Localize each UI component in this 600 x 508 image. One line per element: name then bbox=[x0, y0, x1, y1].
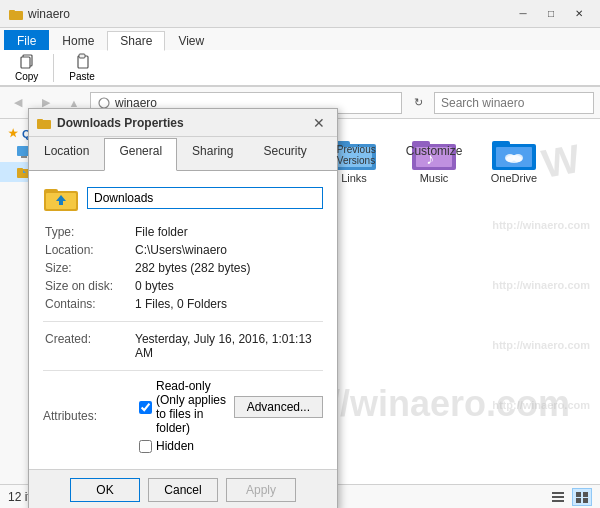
attributes-options: Read-only (Only applies to files in fold… bbox=[139, 379, 323, 453]
prop-location: Location: C:\Users\winaero bbox=[43, 241, 323, 259]
dialog-tab-location[interactable]: Location bbox=[29, 138, 104, 171]
prop-size-on-disk: Size on disk: 0 bytes bbox=[43, 277, 323, 295]
dialog-folder-icon bbox=[37, 116, 51, 130]
attributes-row: Attributes: Read-only (Only applies to f… bbox=[43, 379, 323, 453]
attributes-label: Attributes: bbox=[43, 409, 133, 423]
dialog-footer: OK Cancel Apply bbox=[29, 469, 337, 508]
dialog-tabs: Location General Sharing Security Previo… bbox=[29, 137, 337, 171]
dialog-tab-previous-versions[interactable]: Previous Versions bbox=[322, 138, 391, 171]
prop-location-value: C:\Users\winaero bbox=[133, 241, 323, 259]
dialog-body: Type: File folder Location: C:\Users\win… bbox=[29, 171, 337, 469]
prop-contains-value: 1 Files, 0 Folders bbox=[133, 295, 323, 313]
readonly-label: Read-only (Only applies to files in fold… bbox=[156, 379, 230, 435]
dialog-overlay: Downloads Properties ✕ Location General … bbox=[0, 0, 600, 508]
ok-button[interactable]: OK bbox=[70, 478, 140, 502]
prop-contains: Contains: 1 Files, 0 Folders bbox=[43, 295, 323, 313]
dialog-folder-icon-large bbox=[43, 183, 79, 213]
dialog-title-left: Downloads Properties bbox=[37, 116, 184, 130]
prop-size-on-disk-label: Size on disk: bbox=[43, 277, 133, 295]
readonly-checkbox-wrapper: Read-only (Only applies to files in fold… bbox=[139, 379, 323, 435]
dialog-title-text: Downloads Properties bbox=[57, 116, 184, 130]
downloads-properties-dialog: Downloads Properties ✕ Location General … bbox=[28, 108, 338, 508]
hidden-checkbox-wrapper: Hidden bbox=[139, 439, 323, 453]
prop-size-value: 282 bytes (282 bytes) bbox=[133, 259, 323, 277]
dialog-tab-general[interactable]: General bbox=[104, 138, 177, 171]
prop-size-on-disk-value: 0 bytes bbox=[133, 277, 323, 295]
prop-created-value: Yesterday, July 16, 2016, 1:01:13 AM bbox=[133, 330, 323, 362]
props-table: Type: File folder Location: C:\Users\win… bbox=[43, 223, 323, 313]
prop-type-value: File folder bbox=[133, 223, 323, 241]
prop-size-label: Size: bbox=[43, 259, 133, 277]
dialog-close-button[interactable]: ✕ bbox=[309, 114, 329, 132]
advanced-button[interactable]: Advanced... bbox=[234, 396, 323, 418]
prop-type-label: Type: bbox=[43, 223, 133, 241]
apply-button[interactable]: Apply bbox=[226, 478, 296, 502]
readonly-checkbox[interactable] bbox=[139, 401, 152, 414]
prop-location-label: Location: bbox=[43, 241, 133, 259]
prop-created-label: Created: bbox=[43, 330, 133, 362]
created-table: Created: Yesterday, July 16, 2016, 1:01:… bbox=[43, 330, 323, 362]
prop-created: Created: Yesterday, July 16, 2016, 1:01:… bbox=[43, 330, 323, 362]
cancel-button[interactable]: Cancel bbox=[148, 478, 218, 502]
prop-type: Type: File folder bbox=[43, 223, 323, 241]
dialog-tab-customize[interactable]: Customize bbox=[391, 138, 478, 171]
hidden-checkbox[interactable] bbox=[139, 440, 152, 453]
separator-1 bbox=[43, 321, 323, 322]
dialog-large-folder-svg bbox=[43, 183, 79, 213]
prop-contains-label: Contains: bbox=[43, 295, 133, 313]
hidden-label: Hidden bbox=[156, 439, 194, 453]
prop-size: Size: 282 bytes (282 bytes) bbox=[43, 259, 323, 277]
separator-2 bbox=[43, 370, 323, 371]
dialog-tab-security[interactable]: Security bbox=[248, 138, 321, 171]
folder-name-input[interactable] bbox=[87, 187, 323, 209]
svg-rect-52 bbox=[37, 119, 43, 122]
dialog-tab-sharing[interactable]: Sharing bbox=[177, 138, 248, 171]
dialog-title-bar: Downloads Properties ✕ bbox=[29, 109, 337, 137]
folder-name-row bbox=[43, 183, 323, 213]
